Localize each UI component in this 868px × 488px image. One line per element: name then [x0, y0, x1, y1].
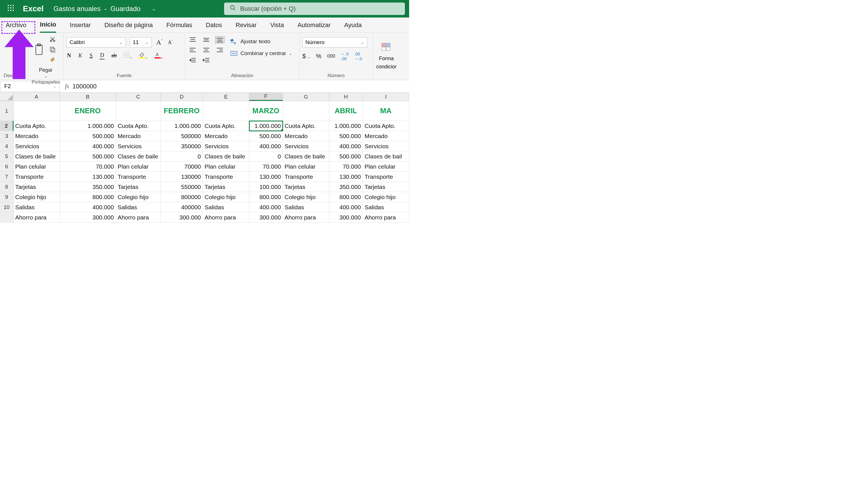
col-header-H[interactable]: H: [329, 93, 363, 101]
cell-E6[interactable]: Plan celular: [203, 162, 249, 172]
cell-I7[interactable]: Transporte: [363, 172, 409, 182]
cell-D11[interactable]: 300.000: [161, 213, 203, 223]
conditional-format-icon[interactable]: [381, 43, 392, 53]
cell-A2[interactable]: Cuota Apto.: [13, 121, 60, 131]
align-bottom-icon[interactable]: [215, 36, 225, 43]
cell-E10[interactable]: Salidas: [203, 202, 249, 213]
cell-B9[interactable]: 800.000: [60, 192, 116, 202]
row-header-5[interactable]: 5: [0, 151, 13, 162]
cell-F6[interactable]: 70.000: [249, 162, 283, 172]
cell-D7[interactable]: 130000: [161, 172, 203, 182]
cell-A9[interactable]: Colegio hijo: [13, 192, 60, 202]
cell-G8[interactable]: Tarjetas: [283, 182, 329, 192]
cell-C11[interactable]: Ahorro para: [116, 213, 161, 223]
currency-icon[interactable]: $ ⌄: [302, 53, 310, 60]
cell-A11[interactable]: Ahorro para: [13, 213, 60, 223]
fill-color-icon[interactable]: ⌄: [138, 52, 148, 60]
row-header-3[interactable]: 3: [0, 131, 13, 141]
cell-I9[interactable]: Colegio hijo: [363, 192, 409, 202]
cell-C8[interactable]: Tarjetas: [116, 182, 161, 192]
font-size-select[interactable]: 11⌄: [130, 37, 152, 47]
cell-H3[interactable]: 500.000: [329, 131, 363, 141]
paste-button[interactable]: Pegar ⌄: [39, 67, 53, 78]
decrease-font-icon[interactable]: A˅: [167, 39, 174, 46]
font-name-select[interactable]: Calibri⌄: [66, 37, 126, 47]
cell-D9[interactable]: 800000: [161, 192, 203, 202]
cell-I3[interactable]: Mercado: [363, 131, 409, 141]
cell-D10[interactable]: 400000: [161, 202, 203, 213]
cell-E5[interactable]: Clases de baile: [203, 151, 249, 162]
cell-C3[interactable]: Mercado: [116, 131, 161, 141]
col-header-C[interactable]: C: [116, 93, 161, 101]
cell-A4[interactable]: Servicios: [13, 141, 60, 151]
double-underline-button[interactable]: D: [99, 52, 104, 60]
cell-B2[interactable]: 1.000.000: [60, 121, 116, 131]
tab-ayuda[interactable]: Ayuda: [344, 18, 362, 32]
row-header-11[interactable]: [0, 213, 13, 223]
cell-B3[interactable]: 500.000: [60, 131, 116, 141]
format-painter-icon[interactable]: [50, 57, 56, 64]
cell-C10[interactable]: Salidas: [116, 202, 161, 213]
cell-D1[interactable]: FEBRERO: [161, 101, 203, 121]
cell-G10[interactable]: Salidas: [283, 202, 329, 213]
cell-A8[interactable]: Tarjetas: [13, 182, 60, 192]
cell-C6[interactable]: Plan celular: [116, 162, 161, 172]
row-header-4[interactable]: 4: [0, 141, 13, 151]
tab-revisar[interactable]: Revisar: [236, 18, 257, 32]
copy-icon[interactable]: [50, 46, 56, 54]
cell-I4[interactable]: Servicios: [363, 141, 409, 151]
row-header-1[interactable]: 1: [0, 101, 13, 121]
align-right-icon[interactable]: [215, 46, 225, 54]
cell-A7[interactable]: Transporte: [13, 172, 60, 182]
col-header-I[interactable]: I: [363, 93, 409, 101]
cell-H6[interactable]: 70.000: [329, 162, 363, 172]
comma-icon[interactable]: 000: [327, 53, 335, 59]
col-header-B[interactable]: B: [60, 93, 116, 101]
cell-F10[interactable]: 400.000: [249, 202, 283, 213]
cell-A10[interactable]: Salidas: [13, 202, 60, 213]
cell-H10[interactable]: 400.000: [329, 202, 363, 213]
font-color-icon[interactable]: A⌄: [154, 52, 163, 60]
search-box[interactable]: Buscar (opción + Q): [224, 3, 405, 15]
cell-G6[interactable]: Plan celular: [283, 162, 329, 172]
merge-center-button[interactable]: Combinar y centrar ⌄: [230, 50, 292, 57]
cell-I2[interactable]: Cuota Apto.: [363, 121, 409, 131]
increase-decimal-icon[interactable]: ←.0.00: [341, 52, 349, 61]
cell-G3[interactable]: Mercado: [283, 131, 329, 141]
cell-F8[interactable]: 100.000: [249, 182, 283, 192]
cell-E9[interactable]: Colegio hijo: [203, 192, 249, 202]
cell-D4[interactable]: 350000: [161, 141, 203, 151]
cell-G9[interactable]: Colegio hijo: [283, 192, 329, 202]
tab-insertar[interactable]: Insertar: [70, 18, 91, 32]
tab-inicio[interactable]: Inicio: [40, 18, 56, 33]
cell-A1[interactable]: [13, 101, 60, 121]
cell-D2[interactable]: 1.000.000: [161, 121, 203, 131]
align-center-icon[interactable]: [202, 46, 211, 54]
number-format-select[interactable]: Número⌄: [302, 37, 367, 47]
cell-F3[interactable]: 500.000: [249, 131, 283, 141]
cell-E4[interactable]: Servicios: [203, 141, 249, 151]
cell-C1[interactable]: [116, 101, 161, 121]
cell-E7[interactable]: Transporte: [203, 172, 249, 182]
cell-B11[interactable]: 300.000: [60, 213, 116, 223]
cell-E3[interactable]: Mercado: [203, 131, 249, 141]
cell-E8[interactable]: Tarjetas: [203, 182, 249, 192]
cut-icon[interactable]: [50, 36, 56, 43]
cell-H7[interactable]: 130.000: [329, 172, 363, 182]
row-header-7[interactable]: 7: [0, 172, 13, 182]
cell-H11[interactable]: 300.000: [329, 213, 363, 223]
cell-B8[interactable]: 350.000: [60, 182, 116, 192]
cell-A5[interactable]: Clases de baile: [13, 151, 60, 162]
col-header-A[interactable]: A: [13, 93, 60, 101]
tab-vista[interactable]: Vista: [270, 18, 284, 32]
spreadsheet-grid[interactable]: A B C D E F G H I 1ENEROFEBREROMARZOABRI…: [0, 93, 409, 223]
cell-D5[interactable]: 0: [161, 151, 203, 162]
decrease-decimal-icon[interactable]: .00→.0: [354, 52, 362, 61]
cell-B6[interactable]: 70.000: [60, 162, 116, 172]
percent-icon[interactable]: %: [316, 53, 321, 60]
cell-H9[interactable]: 800.000: [329, 192, 363, 202]
col-header-D[interactable]: D: [161, 93, 203, 101]
cell-A3[interactable]: Mercado: [13, 131, 60, 141]
cell-E2[interactable]: Cuota Apto.: [203, 121, 249, 131]
cell-H5[interactable]: 500.000: [329, 151, 363, 162]
